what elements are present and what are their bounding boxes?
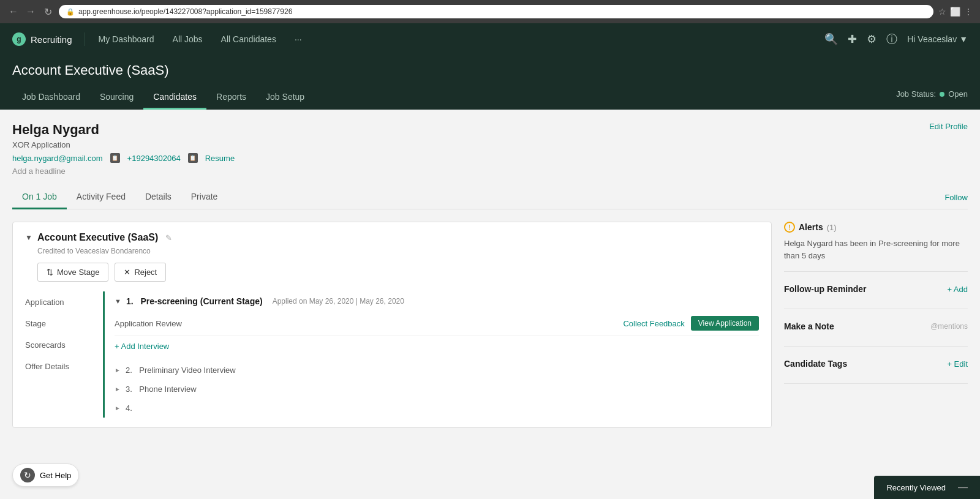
stage-row-actions: Collect Feedback View Application (623, 316, 759, 331)
tab-candidates[interactable]: Candidates (143, 86, 206, 110)
reject-button[interactable]: ✕ Reject (115, 263, 166, 282)
nav-all-jobs[interactable]: All Jobs (164, 23, 211, 55)
candidate-tags-section: Candidate Tags + Edit (784, 359, 968, 384)
back-button[interactable]: ← (7, 6, 20, 18)
collect-feedback-button[interactable]: Collect Feedback (623, 319, 684, 328)
job-status-label: Job Status: (896, 89, 936, 99)
tab-sourcing[interactable]: Sourcing (90, 86, 143, 110)
follow-button[interactable]: Follow (944, 187, 968, 208)
minimize-icon[interactable]: ― (958, 482, 968, 493)
stage-number: 1. (126, 296, 134, 306)
recently-viewed[interactable]: Recently Viewed ― (874, 476, 980, 498)
app-nav: g Recruiting My Dashboard All Jobs All C… (0, 23, 980, 55)
get-help[interactable]: ↻ Get Help (12, 463, 79, 487)
candidate-links: helga.nygard@gmail.com 📋 +19294302064 📋 … (12, 153, 235, 163)
recently-viewed-label: Recently Viewed (886, 483, 946, 492)
stage-4-expand-icon: ► (115, 405, 121, 411)
main-column: ▼ Account Executive (SaaS) ✎ Credited to… (12, 222, 772, 438)
tab-private[interactable]: Private (181, 186, 228, 209)
search-icon[interactable]: 🔍 (824, 32, 838, 46)
tab-on-1-job[interactable]: On 1 Job (12, 186, 67, 209)
alerts-section: ! Alerts (1) Helga Nygard has been in Pr… (784, 222, 968, 272)
job-status-value: Open (948, 89, 968, 99)
forward-button[interactable]: → (24, 6, 37, 18)
make-note-title: Make a Note (784, 321, 834, 331)
stage-prescreening: ▼ 1. Pre-screening (Current Stage) Appli… (115, 291, 759, 356)
bookmark-icon[interactable]: ☆ (938, 7, 946, 17)
settings-icon[interactable]: ⚙ (867, 32, 876, 46)
app-card-title: Account Executive (SaaS) (37, 232, 158, 243)
view-application-button[interactable]: View Application (691, 316, 759, 331)
tab-job-dashboard[interactable]: Job Dashboard (12, 86, 90, 110)
main-content: Helga Nygard XOR Application helga.nygar… (0, 110, 980, 498)
stage-expand-icon: ► (115, 367, 121, 373)
add-headline[interactable]: Add a headline (12, 167, 235, 176)
follow-up-section: Follow-up Reminder + Add (784, 284, 968, 309)
credited-to: Credited to Veaceslav Bondarenco (37, 247, 759, 255)
candidate-info: Helga Nygard XOR Application helga.nygar… (12, 122, 235, 176)
status-dot (940, 92, 944, 97)
app-details-labels: Application Stage Scorecards Offer Detai… (25, 291, 105, 418)
edit-profile-button[interactable]: Edit Profile (929, 122, 968, 131)
lock-icon: 🔒 (66, 8, 75, 16)
alerts-header: ! Alerts (1) (784, 222, 968, 233)
more-icon[interactable]: ⋮ (964, 7, 973, 17)
job-status: Job Status: Open (896, 89, 968, 106)
nav-my-dashboard[interactable]: My Dashboard (90, 23, 163, 55)
action-buttons: ⇅ Move Stage ✕ Reject (37, 263, 759, 282)
chevron-down-icon: ▼ (959, 34, 968, 44)
alerts-text: Helga Nygard has been in Pre-screening f… (784, 238, 968, 261)
add-icon[interactable]: ✚ (848, 32, 857, 46)
user-greeting: Hi Veaceslav (907, 34, 957, 44)
candidate-phone[interactable]: +19294302064 (127, 154, 181, 163)
application-card: ▼ Account Executive (SaaS) ✎ Credited to… (12, 222, 772, 428)
stage-collapse-icon[interactable]: ▼ (115, 298, 121, 305)
nav-all-candidates[interactable]: All Candidates (213, 23, 285, 55)
app-nav-right: 🔍 ✚ ⚙ ⓘ Hi Veaceslav ▼ (824, 32, 968, 47)
alerts-count: (1) (827, 223, 837, 232)
offer-details-label: Offer Details (25, 356, 103, 377)
edit-icon[interactable]: ✎ (165, 233, 172, 242)
tab-details[interactable]: Details (135, 186, 181, 209)
add-follow-up-button[interactable]: + Add (947, 285, 968, 294)
stage-prelim-video[interactable]: ► 2. Preliminary Video Interview (115, 361, 759, 380)
follow-up-title: Follow-up Reminder (784, 284, 867, 294)
job-tabs: Job Dashboard Sourcing Candidates Report… (12, 86, 314, 110)
two-column-layout: ▼ Account Executive (SaaS) ✎ Credited to… (12, 222, 968, 438)
help-icon[interactable]: ⓘ (886, 32, 897, 47)
stage-4[interactable]: ► 4. (115, 399, 759, 418)
stage-phone-interview[interactable]: ► 3. Phone Interview (115, 380, 759, 399)
add-interview-button[interactable]: + Add Interview (115, 342, 169, 351)
nav-more[interactable]: ··· (286, 23, 311, 55)
candidate-header: Helga Nygard XOR Application helga.nygar… (12, 122, 968, 176)
resume-link[interactable]: Resume (205, 154, 235, 163)
get-help-label: Get Help (40, 471, 71, 480)
make-note-section: Make a Note @mentions (784, 321, 968, 347)
extensions-icon[interactable]: ⬜ (950, 7, 960, 17)
tab-job-setup[interactable]: Job Setup (256, 86, 314, 110)
stage-3-number: 3. (126, 385, 132, 394)
get-help-icon: ↻ (20, 468, 35, 482)
address-bar[interactable]: 🔒 app.greenhouse.io/people/143227008?app… (59, 5, 933, 18)
stage-name: Pre-screening (Current Stage) (138, 296, 263, 306)
browser-chrome: ← → ↻ 🔒 app.greenhouse.io/people/1432270… (0, 0, 980, 23)
refresh-button[interactable]: ↻ (42, 6, 54, 18)
stage-2-number: 2. (126, 366, 132, 375)
app-logo[interactable]: g Recruiting (12, 32, 85, 46)
url-text: app.greenhouse.io/people/143227008?appli… (78, 7, 292, 16)
edit-tags-button[interactable]: + Edit (947, 359, 968, 369)
candidate-tags-title: Candidate Tags (784, 359, 847, 369)
email-copy-icon[interactable]: 📋 (110, 153, 120, 163)
greenhouse-icon: g (12, 32, 26, 46)
make-note-header: Make a Note @mentions (784, 321, 968, 331)
phone-copy-icon[interactable]: 📋 (188, 153, 198, 163)
collapse-icon[interactable]: ▼ (25, 233, 32, 242)
alert-icon: ! (784, 222, 795, 233)
tab-activity-feed[interactable]: Activity Feed (67, 186, 135, 209)
stage-4-name (137, 403, 140, 413)
user-menu[interactable]: Hi Veaceslav ▼ (907, 34, 968, 44)
tab-reports[interactable]: Reports (206, 86, 256, 110)
move-stage-button[interactable]: ⇅ Move Stage (37, 263, 108, 282)
candidate-email[interactable]: helga.nygard@gmail.com (12, 154, 103, 163)
app-name: Recruiting (31, 34, 72, 45)
